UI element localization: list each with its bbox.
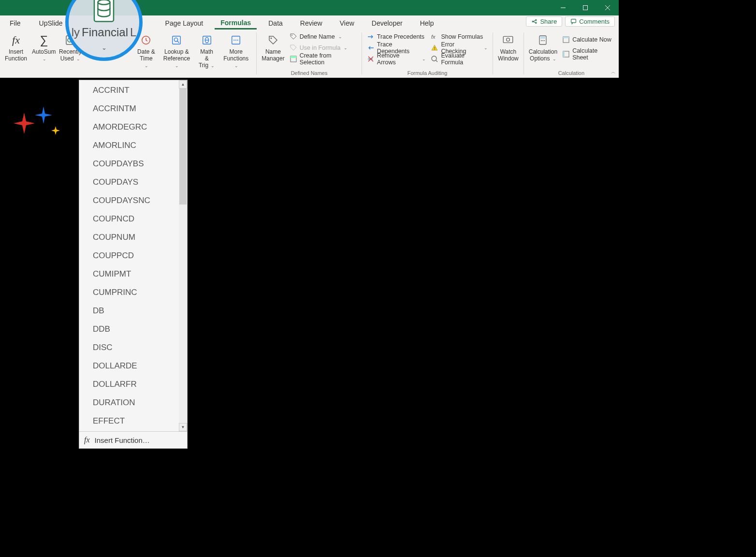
function-item-coupnum[interactable]: COUPNUM [90, 228, 187, 247]
create-from-sel-label: Create from Selection [300, 52, 357, 66]
tab-help[interactable]: Help [414, 17, 440, 29]
svg-point-17 [234, 40, 235, 41]
maximize-button[interactable] [574, 0, 596, 15]
trace-dependents-button[interactable]: Trace Dependents [365, 43, 428, 53]
tab-file[interactable]: File [4, 17, 27, 29]
svg-text:!: ! [434, 46, 436, 51]
function-item-amorlinc[interactable]: AMORLINC [90, 136, 187, 155]
collapse-ribbon-button[interactable]: ︿ [611, 69, 616, 75]
trace-precedents-button[interactable]: Trace Precedents [365, 31, 428, 42]
tab-review[interactable]: Review [294, 17, 328, 29]
fx-icon: fx [84, 436, 90, 444]
function-item-accrintm[interactable]: ACCRINTM [90, 100, 187, 118]
function-item-cumipmt[interactable]: CUMIPMT [90, 265, 187, 283]
calculate-now-button[interactable]: Calculate Now [560, 34, 616, 45]
define-name-label: Define Name [300, 33, 335, 40]
insert-function-menu-item[interactable]: fx Insert Function… [79, 431, 187, 448]
sigma-icon: ∑ [36, 32, 52, 48]
svg-rect-23 [291, 56, 296, 58]
function-item-coupncd[interactable]: COUPNCD [90, 210, 187, 228]
function-item-coupdays[interactable]: COUPDAYS [90, 173, 187, 191]
scroll-up-button[interactable]: ▲ [179, 80, 187, 88]
function-item-db[interactable]: DB [90, 302, 187, 320]
lookup-reference-button[interactable]: Lookup & Reference ⌄ [159, 31, 195, 69]
more-functions-button[interactable]: More Functions ⌄ [218, 31, 253, 69]
error-checking-button[interactable]: ! Error Checking⌄ [429, 43, 490, 53]
svg-rect-37 [563, 51, 565, 57]
calc-sheet-label: Calculate Sheet [572, 47, 614, 61]
autosum-button[interactable]: ∑ AutoSum⌄ [30, 31, 58, 62]
tab-pagelayout[interactable]: Page Layout [160, 17, 209, 29]
function-item-effect[interactable]: EFFECT [90, 412, 187, 430]
clock-icon [138, 32, 154, 48]
autosum-label: AutoSum [32, 48, 56, 55]
function-item-disc[interactable]: DISC [90, 338, 187, 357]
comments-label: Comments [579, 18, 610, 25]
insert-function-menu-label: Insert Function… [95, 436, 150, 444]
svg-point-12 [174, 38, 178, 41]
svg-point-18 [235, 40, 236, 41]
calculation-options-button[interactable]: Calculation Options ⌄ [527, 31, 559, 62]
function-item-amordegrc[interactable]: AMORDEGRC [90, 118, 187, 136]
watch-window-button[interactable]: Watch Window [496, 31, 521, 62]
svg-rect-7 [571, 19, 576, 23]
comments-button[interactable]: Comments [565, 16, 615, 27]
use-in-formula-label: Use in Formula [300, 44, 341, 51]
function-item-coupdaysnc[interactable]: COUPDAYSNC [90, 191, 187, 210]
svg-point-31 [541, 40, 542, 41]
remove-arrows-label: Remove Arrows [377, 52, 419, 66]
search-icon [169, 32, 184, 48]
tab-formulas[interactable]: Formulas [215, 17, 257, 29]
share-button[interactable]: Share [526, 16, 562, 27]
function-item-dollarde[interactable]: DOLLARDE [90, 357, 187, 375]
tab-upslide[interactable]: UpSlide [33, 17, 69, 29]
scroll-down-button[interactable]: ▼ [179, 423, 187, 431]
svg-point-32 [542, 40, 543, 41]
share-label: Share [540, 18, 557, 25]
insert-function-button[interactable]: fx Insert Function [3, 31, 29, 62]
show-formulas-label: Show Formulas [441, 33, 483, 40]
svg-point-33 [544, 40, 545, 41]
use-in-formula-button: Use in Formula⌄ [288, 43, 359, 53]
calculate-sheet-button[interactable]: Calculate Sheet [560, 49, 616, 59]
define-name-button[interactable]: Define Name⌄ [288, 31, 359, 42]
scroll-thumb[interactable] [179, 88, 187, 205]
function-item-duration[interactable]: DURATION [90, 394, 187, 412]
tag-icon [265, 32, 281, 48]
function-item-couppcd[interactable]: COUPPCD [90, 247, 187, 265]
function-item-dollarfr[interactable]: DOLLARFR [90, 375, 187, 394]
chevron-down-icon[interactable]: ⌄ [102, 44, 107, 51]
evaluate-formula-button[interactable]: Evaluate Formula [429, 54, 490, 64]
svg-point-4 [536, 19, 537, 20]
remove-arrows-button[interactable]: Remove Arrows⌄ [365, 54, 428, 64]
date-time-label: Date & Time [137, 48, 155, 62]
name-manager-button[interactable]: Name Manager [260, 31, 286, 62]
dropdown-scrollbar[interactable]: ▲ ▼ [179, 80, 187, 431]
math-trig-button[interactable]: Math & Trig ⌄ [196, 31, 218, 69]
function-item-accrint[interactable]: ACCRINT [90, 81, 187, 100]
more-icon [228, 32, 244, 48]
financial-button-label[interactable]: Financial [82, 26, 128, 39]
group-defined-names: Defined Names [260, 70, 359, 77]
function-item-cumprinc[interactable]: CUMPRINC [90, 283, 187, 302]
name-manager-label: Name Manager [262, 49, 284, 62]
svg-rect-11 [173, 36, 181, 44]
fx-icon: fx [8, 32, 24, 48]
function-item-ddb[interactable]: DDB [90, 320, 187, 338]
watch-window-label: Watch Window [498, 49, 519, 62]
insert-function-label: Insert Function [5, 49, 27, 62]
tab-view[interactable]: View [334, 17, 360, 29]
svg-rect-35 [563, 37, 569, 38]
svg-point-6 [536, 22, 537, 23]
create-from-selection-button[interactable]: Create from Selection [288, 54, 359, 64]
tab-data[interactable]: Data [262, 17, 289, 29]
close-button[interactable] [596, 0, 619, 15]
function-item-coupdaybs[interactable]: COUPDAYBS [90, 155, 187, 173]
hl-suffix: L [130, 26, 136, 39]
tab-developer[interactable]: Developer [366, 17, 408, 29]
minimize-button[interactable] [552, 0, 574, 15]
show-formulas-button[interactable]: fx Show Formulas [429, 31, 490, 42]
watch-icon [500, 32, 516, 48]
evaluate-formula-label: Evaluate Formula [441, 52, 488, 66]
trace-precedents-label: Trace Precedents [377, 33, 424, 40]
